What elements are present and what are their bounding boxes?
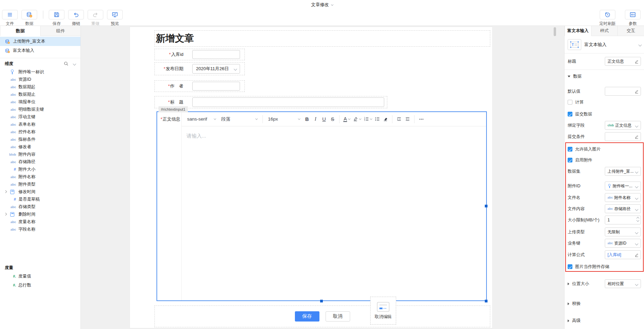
file-button[interactable]: 文件: [2, 10, 18, 27]
validation-section-header[interactable]: 校验: [568, 301, 581, 307]
file-name-select[interactable]: abc 附件名称: [605, 193, 641, 202]
sidebar-tab[interactable]: 组件: [40, 26, 80, 36]
publish-date-select[interactable]: 2020年11月26日: [192, 64, 240, 74]
dimension-field[interactable]: abc 存储路径: [0, 158, 80, 166]
submit-cond-edit-box[interactable]: [605, 132, 641, 141]
default-value-edit-box[interactable]: [605, 87, 641, 96]
dimension-field[interactable]: # 是否是草稿: [0, 195, 80, 203]
redo-button[interactable]: 重做: [88, 10, 103, 27]
preview-button[interactable]: 预览: [107, 10, 123, 27]
dimension-field[interactable]: abc 度量名称: [0, 218, 80, 225]
submit-data-checkbox[interactable]: [568, 112, 572, 116]
dimension-field[interactable]: abc 修改者: [0, 143, 80, 151]
dataset-select[interactable]: 上传附件_富...: [605, 167, 641, 176]
caret-right-icon[interactable]: [568, 282, 569, 285]
font-color-button[interactable]: A: [342, 116, 351, 122]
field-storage-id[interactable]: *入库id: [154, 49, 245, 60]
measure-field[interactable]: #. 总行数: [0, 281, 80, 289]
collapse-chevron-icon[interactable]: [73, 62, 76, 65]
data-button[interactable]: 数据: [21, 10, 37, 27]
size-limit-input[interactable]: 1: [605, 216, 641, 224]
formula-edit-box[interactable]: [入库id]: [605, 250, 641, 259]
resize-handle-right[interactable]: [485, 205, 488, 207]
dimension-field[interactable]: 修改时间: [0, 188, 80, 195]
component-selector[interactable]: T 富文本输入: [568, 39, 641, 50]
resize-handle-corner[interactable]: [485, 300, 488, 302]
form-save-button[interactable]: 保存: [295, 311, 319, 322]
dimension-field[interactable]: blob 附件内容: [0, 151, 80, 158]
save-button[interactable]: 保存: [49, 10, 64, 27]
dimension-field[interactable]: abc 指标条件: [0, 136, 80, 143]
ordered-list-button[interactable]: 123: [362, 116, 373, 122]
title-input[interactable]: [192, 97, 384, 107]
panel-tab[interactable]: 交互: [617, 26, 644, 36]
undo-button[interactable]: 撤销: [68, 10, 84, 27]
bind-field-select[interactable]: clob 正文信息: [605, 121, 641, 130]
dimension-field[interactable]: abc 数据期起: [0, 83, 80, 91]
canvas-scrollbar[interactable]: [554, 27, 556, 36]
dimension-field[interactable]: abc 附件类型: [0, 181, 80, 188]
dimension-field[interactable]: # 附件大小: [0, 166, 80, 173]
dimension-field[interactable]: abc 控件名称: [0, 128, 80, 136]
expand-icon[interactable]: [3, 212, 8, 216]
title-edit-box[interactable]: 正文信息: [605, 57, 641, 66]
panel-tab[interactable]: 样式: [591, 26, 618, 36]
form-cancel-button[interactable]: 取消: [326, 311, 350, 322]
paragraph-select[interactable]: 段落: [219, 114, 260, 124]
font-size-select[interactable]: 16px: [265, 114, 303, 124]
enable-attach-checkbox[interactable]: [568, 158, 572, 162]
image-as-attach-checkbox[interactable]: [568, 264, 572, 269]
dimension-field[interactable]: abc 字段名称: [0, 225, 80, 233]
dimension-field[interactable]: abc 存储类型: [0, 203, 80, 210]
dataset-item[interactable]: 富文本输入: [0, 46, 80, 55]
form-title-block[interactable]: 新增文章: [154, 30, 490, 47]
clear-format-button[interactable]: [381, 114, 390, 124]
underline-button[interactable]: U: [320, 114, 328, 124]
bold-button[interactable]: B: [303, 114, 311, 124]
strikethrough-button[interactable]: S: [328, 114, 337, 124]
font-family-select[interactable]: sans-serif: [184, 114, 219, 124]
dimension-field[interactable]: 附件唯一标识: [0, 68, 80, 76]
allow-image-checkbox-row[interactable]: 允许插入图片: [568, 146, 601, 152]
enable-attach-checkbox-row[interactable]: 启用附件: [568, 157, 592, 163]
cancel-edit-widget[interactable]: 取消编辑: [370, 297, 396, 325]
more-options-button[interactable]: [417, 114, 425, 124]
advanced-section-header[interactable]: 高级: [568, 318, 581, 324]
dimension-field[interactable]: 删除时间: [0, 210, 80, 218]
dimension-field[interactable]: abc 数据期止: [0, 91, 80, 98]
indent-increase-button[interactable]: [395, 114, 403, 124]
params-button[interactable]: 参数: [625, 10, 641, 27]
biz-key-select[interactable]: abc 资源ID: [605, 239, 641, 248]
storage-id-input[interactable]: [192, 50, 240, 59]
panel-tab[interactable]: 富文本输入: [565, 26, 591, 36]
search-icon[interactable]: [64, 61, 69, 66]
bullet-list-button[interactable]: [373, 116, 381, 122]
dimension-field[interactable]: abc 资源ID: [0, 76, 80, 83]
pencil-icon[interactable]: [634, 135, 639, 139]
dataset-item[interactable]: 上传附件_富文本: [0, 37, 80, 46]
data-section-header[interactable]: 数据: [568, 74, 582, 79]
indent-decrease-button[interactable]: [403, 114, 412, 124]
dimension-field[interactable]: abc 表单名称: [0, 121, 80, 128]
field-author[interactable]: *作 者: [154, 80, 245, 92]
dimension-field[interactable]: abc 附件名称: [0, 173, 80, 181]
attach-id-select[interactable]: 附件唯一...: [605, 182, 641, 190]
allow-image-checkbox[interactable]: [568, 147, 572, 152]
pencil-icon[interactable]: [634, 89, 639, 94]
dimension-field[interactable]: abc 浮动主键: [0, 113, 80, 121]
field-title[interactable]: *标 题: [154, 96, 387, 108]
calc-checkbox-row[interactable]: 计算: [568, 99, 584, 105]
pencil-icon[interactable]: [634, 59, 639, 64]
dimension-field[interactable]: abc 明细数据主键: [0, 106, 80, 113]
richtext-component[interactable]: *正文信息 sans-serif 段落 16px B I U S A: [156, 111, 487, 301]
number-stepper[interactable]: [637, 217, 639, 221]
author-input[interactable]: [192, 82, 240, 91]
file-content-select[interactable]: abc 存储路径: [605, 204, 641, 213]
highlight-color-button[interactable]: [351, 116, 362, 122]
pencil-icon[interactable]: [634, 253, 639, 257]
dimension-field[interactable]: abc 填报单位: [0, 98, 80, 106]
field-publish-date[interactable]: *发布日期 2020年11月26日: [154, 62, 245, 75]
richtext-editor-area[interactable]: 请输入...: [182, 126, 486, 300]
submit-data-checkbox-row[interactable]: 提交数据: [568, 111, 592, 117]
measure-field[interactable]: #. 度量值: [0, 272, 80, 281]
